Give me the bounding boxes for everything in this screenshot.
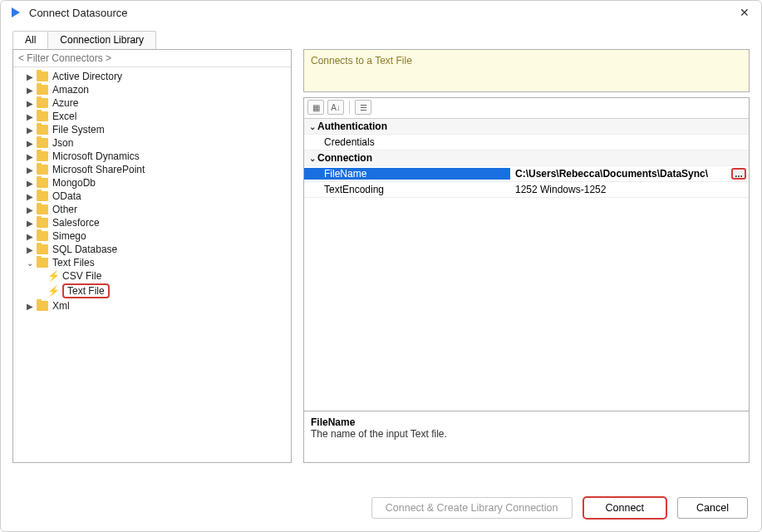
tree-folder[interactable]: ▶Simego: [13, 229, 291, 243]
folder-icon: [37, 98, 48, 108]
chevron-right-icon[interactable]: ▶: [25, 219, 35, 228]
tree-folder[interactable]: ▶MongoDb: [13, 176, 291, 190]
pg-row-textencoding[interactable]: TextEncoding1252 Windows-1252: [304, 182, 749, 198]
tree-folder[interactable]: ▶SQL Database: [13, 243, 291, 256]
folder-icon: [37, 258, 48, 268]
folder-icon: [37, 191, 48, 201]
connector-description: Connects to a Text File: [303, 49, 750, 92]
chevron-down-icon[interactable]: ⌄: [307, 154, 317, 163]
tree-folder[interactable]: ▶Active Directory: [13, 70, 291, 83]
right-panel: Connects to a Text File ▦ A↓ ☰ ⌄Authenti…: [303, 49, 750, 463]
folder-icon: [37, 178, 48, 188]
chevron-right-icon[interactable]: ▶: [25, 302, 35, 311]
connectors-panel: ▶Active Directory ▶Amazon ▶Azure ▶Excel …: [12, 49, 292, 463]
categorize-icon[interactable]: ▦: [307, 100, 324, 115]
folder-icon: [37, 85, 48, 95]
tree-folder[interactable]: ▶File System: [13, 123, 291, 136]
tree-folder-textfiles[interactable]: ⌄Text Files: [13, 256, 291, 269]
chevron-right-icon[interactable]: ▶: [25, 205, 35, 214]
folder-icon: [37, 151, 48, 161]
pg-category-connection[interactable]: ⌄Connection: [304, 150, 749, 166]
tree-folder[interactable]: ▶Microsoft SharePoint: [13, 163, 291, 176]
tab-connection-library[interactable]: Connection Library: [47, 31, 156, 49]
tree-item-csv-file[interactable]: .⚡CSV File: [13, 269, 291, 283]
filter-connectors-input[interactable]: [13, 50, 291, 67]
connector-icon: ⚡: [48, 286, 58, 296]
filename-value: C:\Users\Rebecca\Documents\DataSync\pro: [515, 168, 708, 180]
folder-icon: [37, 138, 48, 148]
tree-folder[interactable]: ▶Microsoft Dynamics: [13, 150, 291, 163]
chevron-down-icon[interactable]: ⌄: [307, 122, 317, 131]
chevron-right-icon[interactable]: ▶: [25, 165, 35, 175]
toolbar-separator: [349, 101, 350, 114]
chevron-right-icon[interactable]: ▶: [25, 245, 35, 254]
tree-folder[interactable]: ▶Json: [13, 136, 291, 150]
tab-all[interactable]: All: [12, 31, 48, 49]
window-title: Connect Datasource: [29, 7, 736, 19]
chevron-right-icon[interactable]: ▶: [25, 139, 35, 148]
tree-folder[interactable]: ▶OData: [13, 190, 291, 203]
tree-folder[interactable]: ▶Xml: [13, 299, 291, 313]
folder-icon: [37, 165, 48, 175]
tree-folder[interactable]: ▶Amazon: [13, 83, 291, 96]
tree-folder[interactable]: ▶Other: [13, 203, 291, 216]
pg-row-filename[interactable]: FileName C:\Users\Rebecca\Documents\Data…: [304, 166, 749, 182]
connect-button[interactable]: Connect: [583, 496, 668, 520]
folder-icon: [37, 111, 48, 121]
folder-icon: [37, 71, 48, 81]
app-icon: [9, 6, 22, 19]
folder-icon: [37, 218, 48, 228]
chevron-right-icon[interactable]: ▶: [25, 112, 35, 121]
sort-az-icon[interactable]: A↓: [327, 100, 344, 115]
chevron-right-icon[interactable]: ▶: [25, 72, 35, 81]
chevron-right-icon[interactable]: ▶: [25, 86, 35, 95]
chevron-right-icon[interactable]: ▶: [25, 152, 35, 161]
pg-row-credentials[interactable]: Credentials: [304, 135, 749, 150]
browse-ellipsis-button[interactable]: …: [731, 168, 746, 180]
pg-category-authentication[interactable]: ⌄Authentication: [304, 119, 749, 135]
connectors-tree[interactable]: ▶Active Directory ▶Amazon ▶Azure ▶Excel …: [13, 67, 291, 462]
chevron-right-icon[interactable]: ▶: [25, 126, 35, 135]
folder-icon: [37, 125, 48, 135]
tree-folder[interactable]: ▶Salesforce: [13, 216, 291, 229]
folder-icon: [37, 301, 48, 311]
tree-folder[interactable]: ▶Excel: [13, 110, 291, 123]
property-help-text: The name of the input Text file.: [311, 428, 742, 440]
property-help-title: FileName: [311, 416, 742, 428]
svg-marker-0: [12, 7, 20, 17]
chevron-down-icon[interactable]: ⌄: [25, 259, 35, 268]
connect-create-library-button: Connect & Create Library Connection: [371, 497, 573, 519]
chevron-right-icon[interactable]: ▶: [25, 179, 35, 188]
chevron-right-icon[interactable]: ▶: [25, 232, 35, 241]
connector-icon: ⚡: [48, 271, 58, 281]
close-icon[interactable]: ✕: [736, 6, 753, 19]
property-grid: ▦ A↓ ☰ ⌄Authentication Credentials ⌄Conn…: [303, 97, 750, 463]
folder-icon: [37, 231, 48, 241]
tree-folder[interactable]: ▶Azure: [13, 96, 291, 110]
properties-pages-icon[interactable]: ☰: [355, 100, 371, 115]
folder-icon: [37, 204, 48, 214]
tree-item-text-file[interactable]: .⚡Text File: [13, 283, 291, 299]
folder-icon: [37, 244, 48, 254]
chevron-right-icon[interactable]: ▶: [25, 99, 35, 108]
chevron-right-icon[interactable]: ▶: [25, 192, 35, 201]
tabs: All Connection Library: [12, 31, 761, 49]
cancel-button[interactable]: Cancel: [677, 497, 748, 519]
property-help: FileName The name of the input Text file…: [304, 411, 749, 462]
